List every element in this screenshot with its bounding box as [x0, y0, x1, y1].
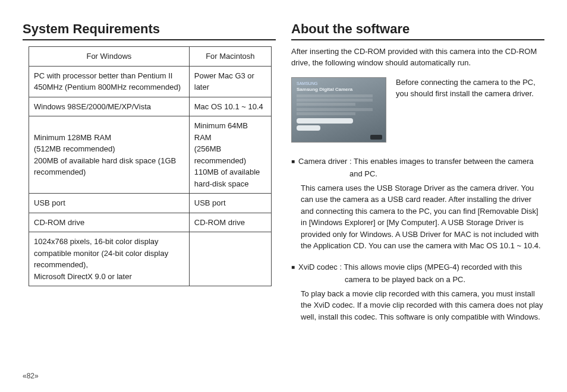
bullet-continue: camera to be played back on a PC. — [345, 274, 544, 286]
intro-text: After inserting the CD-ROM provided with… — [291, 46, 544, 69]
heading-about-software: About the software — [291, 21, 544, 40]
installer-screenshot: SAMSUNG Samsung Digital Camera — [291, 77, 386, 143]
install-note: Before connecting the camera to the PC, … — [396, 77, 544, 100]
table-header-row: For Windows For Macintosh — [29, 47, 272, 67]
exit-icon — [370, 135, 382, 140]
table-row: PC with processor better than Pentium II… — [29, 66, 272, 97]
table-row: CD-ROM driveCD-ROM drive — [29, 213, 272, 232]
bullet-continue: and PC. — [349, 168, 544, 180]
page-number: «82» — [23, 372, 544, 380]
camera-driver-desc: This camera uses the USB Storage Driver … — [301, 182, 544, 252]
right-column: About the software After inserting the C… — [291, 21, 544, 367]
table-row: Windows 98SE/2000/ME/XP/VistaMac OS 10.1… — [29, 97, 272, 116]
left-column: System Requirements For Windows For Maci… — [23, 21, 276, 367]
header-macintosh: For Macintosh — [189, 47, 271, 67]
bullet-icon: ■ — [291, 261, 295, 273]
bullet-xvid-codec: ■ XviD codec : This allows movie clips (… — [291, 261, 544, 273]
requirements-table: For Windows For Macintosh PC with proces… — [29, 46, 272, 286]
bullet-icon: ■ — [291, 156, 295, 167]
bullet-camera-driver: ■ Camera driver : This enables images to… — [291, 156, 544, 167]
table-row: 1024x768 pixels, 16-bit color display co… — [29, 232, 272, 286]
header-windows: For Windows — [29, 47, 190, 67]
table-row: Minimum 128MB RAM (512MB recommended) 20… — [29, 116, 272, 194]
table-row: USB portUSB port — [29, 194, 272, 213]
xvid-codec-desc: To play back a movie clip recorded with … — [301, 288, 544, 323]
heading-system-requirements: System Requirements — [23, 21, 276, 40]
